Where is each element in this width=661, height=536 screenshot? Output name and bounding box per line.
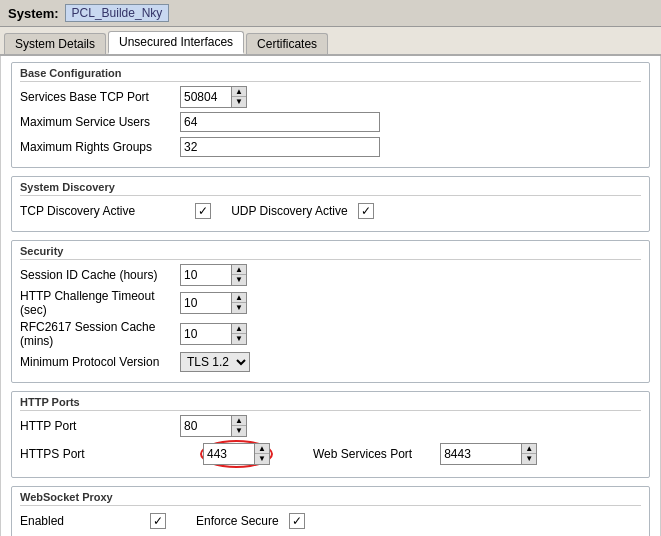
http-port-label: HTTP Port bbox=[20, 419, 180, 433]
web-services-port-label: Web Services Port bbox=[313, 447, 412, 461]
websocket-enabled-label: Enabled bbox=[20, 514, 150, 528]
system-discovery-title: System Discovery bbox=[20, 181, 641, 196]
main-content: Base Configuration Services Base TCP Por… bbox=[0, 56, 661, 536]
http-challenge-timeout-up[interactable]: ▲ bbox=[232, 293, 246, 303]
web-services-port-down[interactable]: ▼ bbox=[522, 454, 536, 464]
web-services-port-spinner[interactable]: ▲ ▼ bbox=[521, 444, 536, 464]
https-port-up[interactable]: ▲ bbox=[255, 444, 269, 454]
rfc2617-session-cache-spinner[interactable]: ▲ ▼ bbox=[231, 324, 246, 344]
maximum-rights-groups-row: Maximum Rights Groups bbox=[20, 136, 641, 158]
web-services-port-up[interactable]: ▲ bbox=[522, 444, 536, 454]
minimum-protocol-version-select[interactable]: TLS 1.2 TLS 1.0 TLS 1.1 TLS 1.3 bbox=[180, 352, 250, 372]
maximum-rights-groups-field[interactable] bbox=[180, 137, 380, 157]
system-label: System: bbox=[8, 6, 59, 21]
udp-discovery-checkmark: ✓ bbox=[361, 204, 371, 218]
https-port-label: HTTPS Port bbox=[20, 447, 180, 461]
security-title: Security bbox=[20, 245, 641, 260]
http-challenge-timeout-spinner[interactable]: ▲ ▼ bbox=[231, 293, 246, 313]
rfc2617-session-cache-label: RFC2617 Session Cache (mins) bbox=[20, 320, 180, 348]
https-port-highlight: ▲ ▼ bbox=[200, 440, 273, 468]
tcp-discovery-checkbox[interactable]: ✓ bbox=[195, 203, 211, 219]
tab-system-details[interactable]: System Details bbox=[4, 33, 106, 54]
session-id-cache-field[interactable] bbox=[181, 265, 231, 285]
udp-discovery-label: UDP Discovery Active bbox=[231, 204, 347, 218]
tab-certificates[interactable]: Certificates bbox=[246, 33, 328, 54]
maximum-service-users-field[interactable] bbox=[180, 112, 380, 132]
http-port-row: HTTP Port ▲ ▼ bbox=[20, 415, 641, 437]
web-services-port-input[interactable]: ▲ ▼ bbox=[440, 443, 537, 465]
udp-discovery-checkbox[interactable]: ✓ bbox=[358, 203, 374, 219]
tcp-discovery-label: TCP Discovery Active bbox=[20, 204, 135, 218]
rfc2617-session-cache-row: RFC2617 Session Cache (mins) ▲ ▼ bbox=[20, 320, 641, 348]
rfc2617-session-cache-input[interactable]: ▲ ▼ bbox=[180, 323, 247, 345]
session-id-cache-row: Session ID Cache (hours) ▲ ▼ bbox=[20, 264, 641, 286]
https-port-field[interactable] bbox=[204, 444, 254, 464]
minimum-protocol-version-row: Minimum Protocol Version TLS 1.2 TLS 1.0… bbox=[20, 351, 641, 373]
http-challenge-timeout-input[interactable]: ▲ ▼ bbox=[180, 292, 247, 314]
http-ports-section: HTTP Ports HTTP Port ▲ ▼ HTTPS Port ▲ ▼ bbox=[11, 391, 650, 478]
http-port-up[interactable]: ▲ bbox=[232, 416, 246, 426]
discovery-row: TCP Discovery Active ✓ UDP Discovery Act… bbox=[20, 200, 641, 222]
rfc2617-session-cache-up[interactable]: ▲ bbox=[232, 324, 246, 334]
http-challenge-timeout-down[interactable]: ▼ bbox=[232, 303, 246, 313]
rfc2617-session-cache-field[interactable] bbox=[181, 324, 231, 344]
system-header: System: PCL_Builde_Nky bbox=[0, 0, 661, 27]
maximum-rights-groups-label: Maximum Rights Groups bbox=[20, 140, 180, 154]
enforce-secure-checkbox[interactable]: ✓ bbox=[289, 513, 305, 529]
session-id-cache-spinner[interactable]: ▲ ▼ bbox=[231, 265, 246, 285]
minimum-protocol-version-label: Minimum Protocol Version bbox=[20, 355, 180, 369]
websocket-enabled-checkmark: ✓ bbox=[153, 514, 163, 528]
https-port-input[interactable]: ▲ ▼ bbox=[203, 443, 270, 465]
websocket-proxy-row: Enabled ✓ Enforce Secure ✓ bbox=[20, 510, 641, 532]
http-port-down[interactable]: ▼ bbox=[232, 426, 246, 436]
http-port-field[interactable] bbox=[181, 416, 231, 436]
tabs-bar: System Details Unsecured Interfaces Cert… bbox=[0, 27, 661, 56]
websocket-enabled-checkbox[interactable]: ✓ bbox=[150, 513, 166, 529]
services-base-tcp-port-label: Services Base TCP Port bbox=[20, 90, 180, 104]
websocket-proxy-title: WebSocket Proxy bbox=[20, 491, 641, 506]
https-port-spinner[interactable]: ▲ ▼ bbox=[254, 444, 269, 464]
https-port-row: HTTPS Port ▲ ▼ Web Services Port ▲ ▼ bbox=[20, 440, 641, 468]
maximum-service-users-label: Maximum Service Users bbox=[20, 115, 180, 129]
security-section: Security Session ID Cache (hours) ▲ ▼ HT… bbox=[11, 240, 650, 383]
web-services-port-field[interactable] bbox=[441, 444, 521, 464]
http-ports-title: HTTP Ports bbox=[20, 396, 641, 411]
tcp-discovery-group: TCP Discovery Active ✓ bbox=[20, 203, 211, 219]
tcp-discovery-checkmark: ✓ bbox=[198, 204, 208, 218]
tab-unsecured-interfaces[interactable]: Unsecured Interfaces bbox=[108, 31, 244, 54]
services-base-tcp-port-spinner[interactable]: ▲ ▼ bbox=[231, 87, 246, 107]
maximum-service-users-row: Maximum Service Users bbox=[20, 111, 641, 133]
enforce-secure-label: Enforce Secure bbox=[196, 514, 279, 528]
services-base-tcp-port-down[interactable]: ▼ bbox=[232, 97, 246, 107]
session-id-cache-label: Session ID Cache (hours) bbox=[20, 268, 180, 282]
http-challenge-timeout-field[interactable] bbox=[181, 293, 231, 313]
services-base-tcp-port-field[interactable] bbox=[181, 87, 231, 107]
https-port-down[interactable]: ▼ bbox=[255, 454, 269, 464]
session-id-cache-input[interactable]: ▲ ▼ bbox=[180, 264, 247, 286]
services-base-tcp-port-input[interactable]: ▲ ▼ bbox=[180, 86, 247, 108]
http-port-spinner[interactable]: ▲ ▼ bbox=[231, 416, 246, 436]
rfc2617-session-cache-down[interactable]: ▼ bbox=[232, 334, 246, 344]
base-configuration-title: Base Configuration bbox=[20, 67, 641, 82]
system-discovery-section: System Discovery TCP Discovery Active ✓ … bbox=[11, 176, 650, 232]
websocket-proxy-section: WebSocket Proxy Enabled ✓ Enforce Secure… bbox=[11, 486, 650, 536]
system-name: PCL_Builde_Nky bbox=[65, 4, 170, 22]
http-port-input[interactable]: ▲ ▼ bbox=[180, 415, 247, 437]
udp-discovery-group: UDP Discovery Active ✓ bbox=[231, 203, 373, 219]
services-base-tcp-port-row: Services Base TCP Port ▲ ▼ bbox=[20, 86, 641, 108]
http-challenge-timeout-label: HTTP Challenge Timeout (sec) bbox=[20, 289, 180, 317]
base-configuration-section: Base Configuration Services Base TCP Por… bbox=[11, 62, 650, 168]
enforce-secure-checkmark: ✓ bbox=[292, 514, 302, 528]
http-challenge-timeout-row: HTTP Challenge Timeout (sec) ▲ ▼ bbox=[20, 289, 641, 317]
services-base-tcp-port-up[interactable]: ▲ bbox=[232, 87, 246, 97]
session-id-cache-up[interactable]: ▲ bbox=[232, 265, 246, 275]
session-id-cache-down[interactable]: ▼ bbox=[232, 275, 246, 285]
